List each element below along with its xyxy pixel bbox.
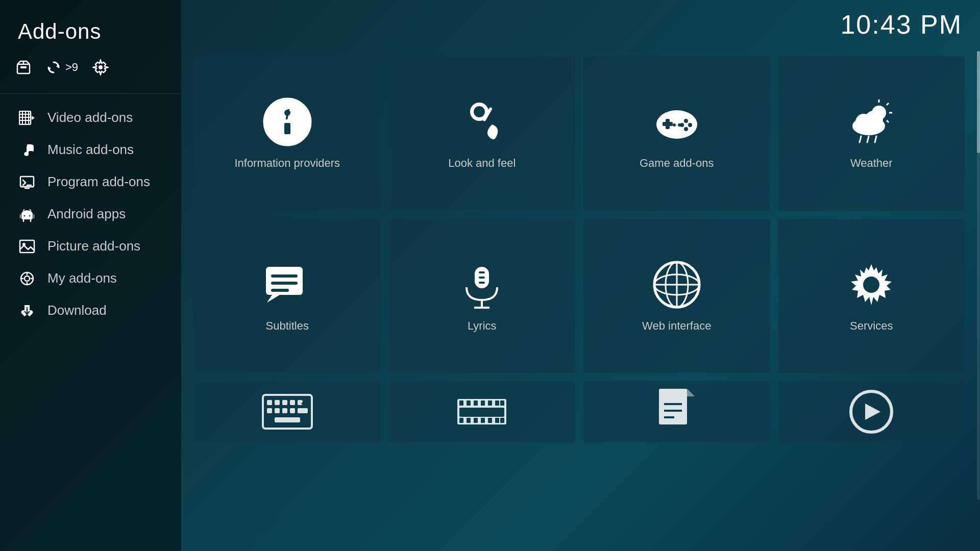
svg-line-57 [887, 120, 889, 122]
tile-lyrics[interactable]: Lyrics [389, 219, 576, 373]
program-addons-icon [18, 174, 36, 190]
tile-bottom-1[interactable] [194, 381, 381, 442]
svg-point-60 [865, 111, 883, 129]
svg-rect-91 [290, 408, 295, 413]
video-addons-icon [18, 111, 36, 125]
svg-rect-70 [479, 271, 485, 273]
svg-point-48 [688, 123, 692, 127]
svg-line-25 [23, 209, 24, 211]
subtitles-label: Subtitles [266, 319, 309, 333]
sidebar-item-download[interactable]: Download [0, 294, 181, 327]
svg-line-63 [875, 136, 876, 142]
divider [0, 93, 181, 94]
svg-marker-119 [865, 404, 880, 420]
svg-rect-106 [474, 418, 478, 423]
svg-marker-11 [32, 116, 35, 120]
document-icon [651, 386, 702, 437]
keyboard-icon [262, 386, 313, 437]
svg-rect-97 [459, 400, 463, 406]
update-button[interactable]: >9 [46, 60, 78, 75]
svg-point-49 [684, 127, 688, 131]
svg-point-19 [24, 215, 26, 216]
sidebar-item-android-apps[interactable]: Android apps [0, 198, 181, 230]
svg-rect-68 [271, 289, 289, 292]
sidebar-item-picture-addons[interactable]: Picture add-ons [0, 230, 181, 262]
svg-rect-86 [290, 400, 295, 405]
my-addons-icon [18, 271, 36, 286]
sidebar-label-music: Music add-ons [47, 142, 134, 158]
svg-point-51 [673, 123, 676, 127]
sidebar-item-video-addons[interactable]: Video add-ons [0, 102, 181, 134]
svg-marker-114 [687, 389, 695, 396]
svg-rect-109 [495, 418, 499, 423]
svg-point-47 [684, 119, 688, 123]
svg-rect-46 [666, 119, 670, 129]
web-interface-label: Web interface [642, 319, 711, 333]
svg-rect-105 [467, 418, 471, 423]
svg-rect-89 [275, 408, 280, 413]
scrollbar[interactable] [977, 51, 980, 500]
services-label: Services [850, 319, 893, 333]
svg-rect-111 [459, 408, 504, 417]
svg-rect-92 [298, 408, 308, 413]
svg-rect-98 [467, 400, 471, 406]
look-and-feel-label: Look and feel [448, 157, 516, 170]
look-and-feel-icon [456, 96, 507, 147]
svg-rect-101 [488, 400, 492, 406]
tile-game-addons[interactable]: Game add-ons [583, 56, 770, 211]
tile-subtitles[interactable]: Subtitles [194, 219, 381, 373]
update-count: >9 [65, 61, 78, 74]
tile-look-and-feel[interactable]: Look and feel [389, 56, 576, 211]
svg-rect-88 [267, 408, 272, 413]
settings-icon[interactable] [92, 59, 109, 76]
sidebar-item-program-addons[interactable]: Program add-ons [0, 166, 181, 198]
filmstrip-icon [456, 386, 507, 437]
sidebar-label-program: Program add-ons [47, 174, 150, 190]
svg-line-61 [860, 136, 861, 142]
svg-rect-67 [271, 282, 298, 285]
scroll-thumb[interactable] [977, 51, 980, 153]
svg-line-16 [23, 183, 26, 185]
svg-line-55 [887, 103, 889, 105]
tile-web-interface[interactable]: Web interface [583, 219, 770, 373]
svg-rect-103 [500, 400, 504, 406]
svg-point-30 [24, 276, 30, 281]
sidebar-label-android: Android apps [47, 206, 126, 222]
svg-rect-95 [275, 417, 300, 422]
svg-point-3 [99, 65, 103, 69]
page-title: Add-ons [0, 10, 181, 59]
lyrics-icon [456, 259, 507, 310]
download-icon [18, 303, 36, 318]
svg-point-52 [678, 123, 681, 127]
tile-services[interactable]: Services [778, 219, 965, 373]
game-addons-label: Game add-ons [640, 157, 714, 170]
sidebar-label-picture: Picture add-ons [47, 238, 140, 254]
android-apps-icon [18, 207, 36, 222]
svg-rect-104 [459, 418, 463, 423]
sidebar-label-video: Video add-ons [47, 110, 133, 126]
tile-weather[interactable]: Weather [778, 56, 965, 211]
sidebar: Add-ons >9 [0, 0, 181, 551]
svg-line-62 [867, 136, 869, 142]
subtitles-icon [262, 259, 313, 310]
weather-label: Weather [850, 157, 893, 170]
music-addons-icon [18, 142, 36, 158]
package-icon[interactable] [15, 59, 32, 76]
sidebar-item-my-addons[interactable]: My add-ons [0, 262, 181, 294]
tile-bottom-2[interactable] [389, 381, 576, 442]
svg-rect-110 [500, 418, 504, 423]
sidebar-item-music-addons[interactable]: Music add-ons [0, 134, 181, 166]
svg-rect-85 [282, 400, 287, 405]
svg-rect-2 [20, 66, 27, 68]
svg-point-40 [284, 110, 290, 116]
tile-bottom-3[interactable] [583, 381, 770, 442]
information-providers-label: Information providers [234, 157, 340, 170]
lyrics-label: Lyrics [468, 319, 497, 333]
picture-addons-icon [18, 239, 36, 254]
tile-bottom-4[interactable] [778, 381, 965, 442]
sidebar-label-my-addons: My add-ons [47, 270, 117, 286]
svg-rect-66 [271, 274, 298, 278]
svg-rect-0 [17, 64, 30, 73]
svg-rect-108 [488, 418, 492, 423]
tile-information-providers[interactable]: i Information providers [194, 56, 381, 211]
